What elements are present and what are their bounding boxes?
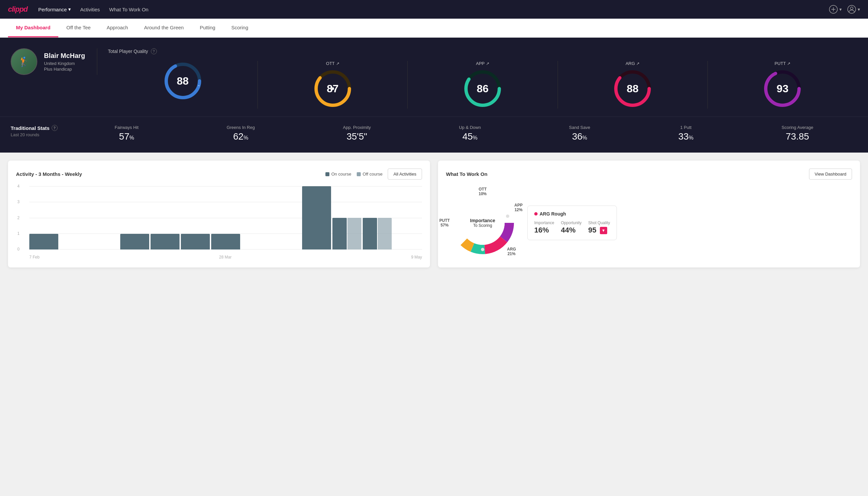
nav-activities[interactable]: Activities <box>80 6 100 12</box>
stat-scoring-average: Scoring Average 73.85 <box>782 125 813 142</box>
gauge-arg: ARG ↗ 88 <box>558 61 708 109</box>
shot-quality-badge: ▼ <box>600 227 607 234</box>
bar-group <box>332 218 361 249</box>
gauges-row: 88 OTT ↗ 87 <box>108 61 857 109</box>
donut-label-arg: ARG 21% <box>507 247 516 256</box>
player-details: Blair McHarg United Kingdom Plus Handica… <box>44 52 85 72</box>
svg-point-23 <box>481 248 484 251</box>
info-metric-label: Opportunity <box>561 220 582 225</box>
stat-sand-save: Sand Save 36% <box>569 125 590 142</box>
work-on-card: What To Work On View Dashboard <box>438 160 860 267</box>
work-on-card-header: What To Work On View Dashboard <box>446 169 852 180</box>
gauge-label-app: APP ↗ <box>476 61 489 66</box>
stat-value: 33% <box>678 131 693 142</box>
bar-on-course <box>120 234 149 250</box>
stat-items: Fairways Hit 57% Greens In Reg 62% App. … <box>70 125 857 142</box>
stat-value: 57% <box>119 131 134 142</box>
bar-empty <box>60 249 64 249</box>
info-metric-label: Shot Quality <box>588 220 610 225</box>
bar-on-course <box>332 218 347 249</box>
legend-dot-off-course <box>357 172 361 176</box>
arrow-icon-app: ↗ <box>486 61 489 66</box>
tab-scoring[interactable]: Scoring <box>223 19 256 37</box>
stats-title: Traditional Stats ? <box>11 125 60 131</box>
bar-group <box>211 234 240 250</box>
info-metric-opportunity: Opportunity 44% <box>561 220 582 234</box>
tab-my-dashboard[interactable]: My Dashboard <box>8 19 58 37</box>
quality-title: Total Player Quality ? <box>108 48 857 54</box>
player-name: Blair McHarg <box>44 52 85 60</box>
stat-name: Greens In Reg <box>226 125 255 130</box>
gauge-label-arg: ARG ↗ <box>626 61 640 66</box>
stat-greens-in-reg: Greens In Reg 62% <box>226 125 255 142</box>
bar-group <box>29 234 58 250</box>
all-activities-button[interactable]: All Activities <box>388 169 422 180</box>
bar-off-course <box>378 218 392 249</box>
gauge-circle-total: 88 <box>163 61 203 101</box>
info-metrics: Importance 16% Opportunity 44% Shot Qual… <box>534 220 610 234</box>
bar-group <box>393 249 422 249</box>
stat-value: 62% <box>233 131 248 142</box>
gauge-value-app: 86 <box>477 83 489 95</box>
add-button[interactable]: ▾ <box>829 5 842 14</box>
bar-on-course <box>151 234 179 250</box>
main-content: Activity - 3 Months - Weekly On course O… <box>0 153 868 276</box>
donut-label-app: APP 12% <box>514 203 523 212</box>
bar-group <box>120 234 149 250</box>
x-axis: 7 Feb 28 Mar 9 May <box>29 255 422 260</box>
nav-what-to-work-on[interactable]: What To Work On <box>109 6 148 12</box>
bar-group <box>90 249 119 249</box>
donut-center-title: Importance <box>470 218 495 223</box>
activity-chart-controls: On course Off course All Activities <box>326 169 422 180</box>
chart-legend: On course Off course <box>326 172 383 176</box>
help-icon[interactable]: ? <box>151 48 157 54</box>
info-metric-value: 16% <box>534 226 554 234</box>
gauge-circle-arg: 88 <box>613 68 652 109</box>
info-metric-label: Importance <box>534 220 554 225</box>
legend-dot-on-course <box>326 172 329 176</box>
tab-approach[interactable]: Approach <box>99 19 136 37</box>
gauge-label-putt: PUTT ↗ <box>774 61 790 66</box>
stat-1-putt: 1 Putt 33% <box>678 125 693 142</box>
nav-performance[interactable]: Performance ▾ <box>38 6 71 12</box>
svg-point-24 <box>506 215 509 218</box>
tab-around-the-green[interactable]: Around the Green <box>136 19 191 37</box>
player-handicap: Plus Handicap <box>44 67 85 72</box>
bar-group <box>302 186 331 249</box>
info-card: ARG Rough Importance 16% Opportunity 44%… <box>527 205 617 240</box>
chevron-down-icon: ▾ <box>68 6 71 12</box>
bar-empty <box>90 249 94 249</box>
arrow-icon-arg: ↗ <box>636 61 640 66</box>
svg-point-4 <box>850 7 853 10</box>
user-menu-button[interactable]: ▾ <box>847 5 860 14</box>
top-nav: clippd Performance ▾ Activities What To … <box>0 0 868 19</box>
tab-off-the-tee[interactable]: Off the Tee <box>58 19 99 37</box>
gauge-value-total: 88 <box>177 75 189 87</box>
bar-group <box>272 249 301 249</box>
gauge-app: APP ↗ 86 <box>408 61 557 109</box>
stats-row: Traditional Stats ? Last 20 rounds Fairw… <box>0 117 868 153</box>
view-dashboard-button[interactable]: View Dashboard <box>809 169 852 180</box>
activity-card: Activity - 3 Months - Weekly On course O… <box>8 160 430 267</box>
tab-putting[interactable]: Putting <box>192 19 223 37</box>
hero-section: 🏌️ Blair McHarg United Kingdom Plus Hand… <box>0 37 868 117</box>
legend-off-course: Off course <box>357 172 383 176</box>
stat-name: App. Proximity <box>343 125 371 130</box>
legend-on-course: On course <box>326 172 351 176</box>
gauge-value-arg: 88 <box>627 83 638 95</box>
stat-app-proximity: App. Proximity 35'5" <box>343 125 371 142</box>
stats-help-icon[interactable]: ? <box>52 125 58 131</box>
gauge-circle-ott: 87 <box>313 68 353 109</box>
bar-empty <box>241 249 246 249</box>
chevron-down-icon: ▾ <box>839 7 842 12</box>
player-country: United Kingdom <box>44 61 85 66</box>
donut-area: Importance To Scoring OTT 10% ARG 21% AP… <box>446 186 519 260</box>
gauge-putt: PUTT ↗ 93 <box>708 61 857 109</box>
gauge-label-ott: OTT ↗ <box>326 61 340 66</box>
info-metric-value: 44% <box>561 226 582 234</box>
bar-group <box>181 234 210 250</box>
bar-on-course <box>302 186 331 249</box>
gauge-value-putt: 93 <box>777 83 789 95</box>
player-info: 🏌️ Blair McHarg United Kingdom Plus Hand… <box>11 48 97 75</box>
info-metric-value: 95 ▼ <box>588 226 610 234</box>
